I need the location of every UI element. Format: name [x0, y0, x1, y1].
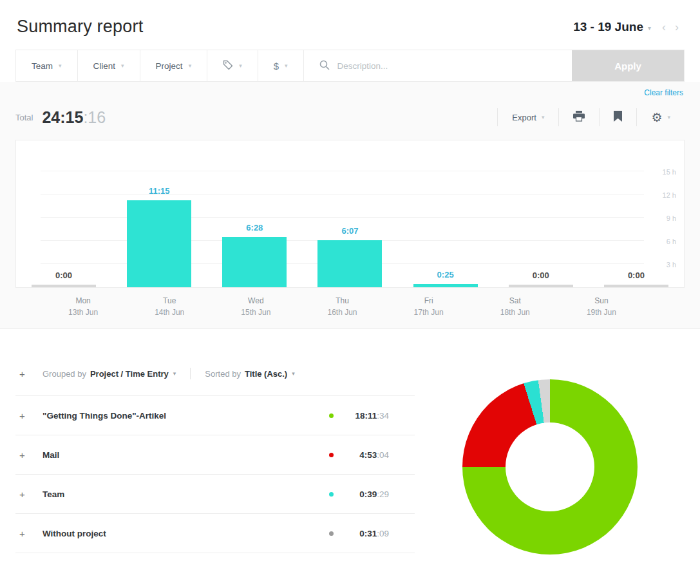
project-color-dot	[329, 531, 334, 536]
description-search-input[interactable]	[337, 61, 556, 71]
project-color-dot	[329, 492, 334, 497]
project-title: "Getting Things Done"-Artikel	[43, 411, 166, 421]
bar-value-label: 11:15	[149, 186, 170, 196]
table-row[interactable]: + Without project 0:31:09	[15, 514, 415, 553]
total-time: 24:15	[42, 108, 83, 127]
bar	[317, 240, 382, 287]
day-axis: Mon13th JunTue14th JunWed15th JunThu16th…	[15, 288, 685, 327]
bar	[413, 284, 478, 287]
time-hm: 0:39	[359, 489, 377, 499]
project-time: 18:11:34	[344, 411, 389, 421]
expand-icon[interactable]: +	[15, 450, 43, 460]
bar-column: 6:07	[302, 140, 397, 287]
expand-icon[interactable]: +	[15, 528, 43, 539]
day-name: Wed	[213, 296, 299, 305]
bar-column: 11:15	[111, 140, 207, 287]
project-title: Mail	[43, 450, 59, 460]
day-name: Fri	[386, 296, 472, 305]
client-filter-dropdown[interactable]: Client ▾	[78, 50, 140, 81]
day-date: 13th Jun	[40, 308, 126, 317]
summary-report-page: Summary report 13 - 19 June ▾ ‹ › Team ▾…	[0, 0, 700, 588]
chevron-down-icon: ▾	[59, 62, 62, 69]
grouped-by-value[interactable]: Project / Time Entry	[90, 369, 169, 379]
chevron-down-icon[interactable]: ▾	[292, 370, 295, 377]
day-date: 15th Jun	[213, 308, 299, 317]
chevron-down-icon[interactable]: ▾	[648, 24, 651, 32]
project-color-dot	[329, 453, 334, 457]
expand-icon[interactable]: +	[15, 410, 43, 421]
export-dropdown[interactable]: Export ▾	[497, 108, 558, 126]
bar-column: 0:00	[16, 140, 111, 287]
table-row[interactable]: + "Getting Things Done"-Artikel 18:11:34	[15, 396, 415, 435]
time-seconds: :34	[377, 411, 389, 421]
filter-bar: Team ▾ Client ▾ Project ▾ ▾ $ ▾ Apply	[15, 50, 685, 82]
table-row[interactable]: + Team 0:39:29	[15, 475, 415, 514]
day-name: Sun	[558, 296, 645, 305]
day-label: Mon13th Jun	[40, 296, 126, 317]
team-filter-label: Team	[32, 61, 53, 71]
bar-value-label: 0:00	[628, 270, 645, 280]
bookmark-icon	[614, 111, 622, 124]
clear-filters-link[interactable]: Clear filters	[644, 88, 683, 97]
bar	[604, 285, 668, 287]
day-label: Fri17th Jun	[386, 296, 472, 317]
print-button[interactable]	[558, 108, 599, 126]
save-report-button[interactable]	[599, 108, 636, 126]
clear-filters-row: Clear filters	[0, 82, 700, 97]
time-hm: 4:53	[359, 450, 377, 460]
sorted-by-label: Sorted by	[205, 369, 241, 379]
page-title: Summary report	[17, 17, 143, 37]
search-icon	[319, 60, 330, 72]
time-seconds: :29	[377, 489, 389, 499]
apply-filters-button[interactable]: Apply	[572, 50, 684, 81]
day-date: 19th Jun	[558, 308, 645, 317]
donut-chart	[462, 379, 638, 555]
total-row: Total 24:15 :16 Export ▾	[0, 97, 700, 132]
expand-icon[interactable]: +	[15, 489, 43, 500]
chevron-down-icon[interactable]: ▾	[173, 370, 176, 377]
billable-filter-dropdown[interactable]: $ ▾	[258, 50, 304, 81]
day-date: 17th Jun	[386, 308, 472, 317]
grouped-by-label: Grouped by	[43, 369, 86, 379]
bar	[127, 200, 191, 287]
day-name: Thu	[299, 296, 385, 305]
time-seconds: :04	[377, 450, 389, 460]
chevron-down-icon: ▾	[189, 62, 192, 69]
day-label: Thu16th Jun	[299, 296, 385, 317]
settings-dropdown[interactable]: ⚙ ▾	[636, 108, 685, 126]
export-label: Export	[512, 113, 536, 122]
day-label: Sun19th Jun	[558, 296, 645, 317]
team-filter-dropdown[interactable]: Team ▾	[16, 50, 78, 81]
chevron-down-icon: ▾	[542, 114, 545, 120]
project-filter-label: Project	[156, 61, 183, 71]
bottom-section: + Grouped by Project / Time Entry ▾ Sort…	[0, 329, 700, 555]
bar-column: 0:00	[493, 140, 589, 287]
table-row[interactable]: + Mail 4:53:04	[15, 435, 415, 475]
bar-value-label: 6:28	[246, 223, 263, 232]
chevron-down-icon: ▾	[121, 62, 124, 69]
date-range-selector[interactable]: 13 - 19 June	[573, 20, 643, 34]
page-header: Summary report 13 - 19 June ▾ ‹ ›	[0, 0, 700, 50]
row-inner: "Getting Things Done"-Artikel 18:11:34	[43, 411, 389, 421]
bar-value-label: 6:07	[341, 226, 358, 236]
bar-chart-card: 3 h6 h9 h12 h15 h 0:0011:156:286:070:250…	[15, 140, 685, 288]
expand-all-icon[interactable]: +	[15, 368, 43, 379]
donut-chart-area	[415, 329, 685, 555]
sorted-by-value[interactable]: Title (Asc.)	[245, 369, 287, 379]
grouping-controls: + Grouped by Project / Time Entry ▾ Sort…	[15, 329, 415, 396]
day-name: Sat	[472, 296, 558, 305]
day-date: 18th Jun	[472, 308, 558, 317]
printer-icon	[573, 111, 585, 124]
previous-period-icon[interactable]: ‹	[657, 21, 670, 33]
project-time: 0:39:29	[344, 489, 389, 499]
project-time: 0:31:09	[344, 529, 389, 538]
total-seconds: :16	[83, 108, 106, 127]
bar-column: 0:25	[398, 140, 493, 287]
next-period-icon[interactable]: ›	[670, 21, 683, 33]
report-area: Clear filters Total 24:15 :16 Export ▾	[0, 82, 700, 329]
report-toolbar: Export ▾	[497, 108, 685, 126]
tag-filter-dropdown[interactable]: ▾	[207, 50, 258, 81]
project-filter-dropdown[interactable]: Project ▾	[140, 50, 208, 81]
row-inner: Without project 0:31:09	[43, 529, 389, 538]
chevron-down-icon: ▾	[667, 114, 670, 120]
